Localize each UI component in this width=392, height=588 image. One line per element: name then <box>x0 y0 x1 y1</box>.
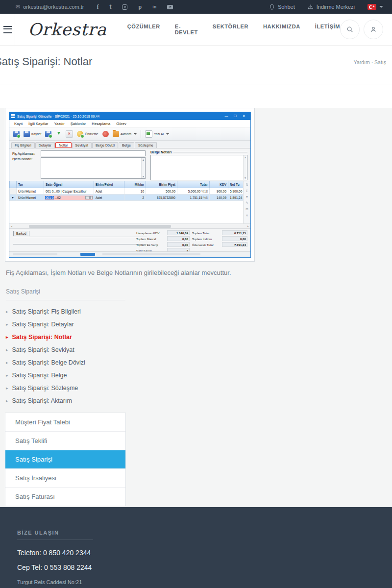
tab-sevkiyat[interactable]: Sevkiyat <box>72 142 92 148</box>
sort-icon[interactable]: ⇅ <box>245 183 248 187</box>
delete-button[interactable] <box>65 130 74 138</box>
page-title: Satış Siparişi: Notlar <box>0 55 92 68</box>
save-new-button[interactable] <box>44 130 52 138</box>
account-button[interactable] <box>364 20 383 39</box>
menu-satis-teklifi[interactable]: Satış Teklifi <box>5 432 125 450</box>
col-birim-paket[interactable]: Birim/Paket <box>94 181 124 188</box>
twitter-icon[interactable] <box>109 4 111 10</box>
menu-gorev[interactable]: Görev <box>113 122 129 126</box>
nav-edevlet[interactable]: E-DEVLET <box>175 24 198 35</box>
link-sozlesme[interactable]: ▸Satış Siparişi: Sözleşme <box>6 385 392 392</box>
facebook-icon[interactable] <box>97 4 98 10</box>
topbar-email[interactable]: ✉ orkestra@orkestra.com.tr <box>16 4 84 10</box>
footer-mobile[interactable]: Cep Tel: 0 553 808 2244 <box>17 564 92 571</box>
menu-satis-irsaliyesi[interactable]: Satış İrsaliyesi <box>5 469 125 488</box>
nav-hakkimizda[interactable]: HAKKIMIZDA <box>263 24 300 35</box>
export-button[interactable] <box>54 130 63 138</box>
grid-settings-icon[interactable]: ⊞ <box>245 207 248 211</box>
site-logo[interactable]: Orkestra <box>28 20 107 39</box>
tab-belge-dovizi[interactable]: Belge Dövizi <box>92 142 118 148</box>
islem-notlari-textarea[interactable]: ▲▼ <box>41 157 146 179</box>
transfer-button[interactable]: Aktarım <box>112 130 138 138</box>
topbar: ✉ orkestra@orkestra.com.tr Sohbet İndirm… <box>0 0 392 14</box>
col-net-tutar[interactable]: Net Tu <box>228 181 244 188</box>
cell-price: 875,5732890 <box>146 195 177 201</box>
link-notlar-active[interactable]: ▸Satış Siparişi: Notlar <box>6 334 392 341</box>
cell-item-editing[interactable]: 001 0 ...02 … <box>44 195 94 201</box>
col-miktar[interactable]: Miktar <box>124 181 146 188</box>
menu-sablonlar[interactable]: Şablonlar <box>68 122 89 126</box>
download-center-button[interactable]: İndirme Merkezi <box>308 4 355 10</box>
edit-icon[interactable]: ✎ <box>245 201 248 205</box>
menu-satis-faturasi[interactable]: Satış Faturası <box>5 488 125 506</box>
menu-kayit[interactable]: Kayıt <box>11 122 25 126</box>
tab-fis-bilgileri[interactable]: Fiş Bilgileri <box>11 142 35 148</box>
report-button[interactable]: Yazı Al <box>144 130 170 138</box>
footer-phone[interactable]: Telefon: 0 850 420 2344 <box>17 549 91 557</box>
clear-button[interactable] <box>90 196 93 199</box>
filter-icon[interactable]: ▼ <box>245 195 248 198</box>
table-row[interactable]: Ürün/Hizmet 001 0...00 | Casper Excalibu… <box>10 188 244 195</box>
tab-detaylar[interactable]: Detaylar <box>35 142 55 148</box>
notes-form: Fiş Açıklaması: İşlem Notları: ▲▼ Belge … <box>9 148 250 181</box>
link-aktarim[interactable]: ▸Satış Siparişi: Aktarım <box>6 397 392 404</box>
link-detaylar[interactable]: ▸Satış Siparişi: Detaylar <box>6 321 392 328</box>
scrollbar[interactable]: ▲▼ <box>141 158 145 178</box>
instagram-icon[interactable] <box>122 4 127 10</box>
scrollbar[interactable]: ▲▼ <box>243 155 247 180</box>
breadcrumb[interactable]: Yardım · Satış <box>354 59 386 65</box>
col-tutar[interactable]: Tutar <box>177 181 210 188</box>
barkod-button[interactable]: Barkod <box>13 231 29 236</box>
horizontal-scrollbar[interactable]: ◂ ▸ <box>9 223 250 228</box>
save-close-button[interactable]: Kaydet <box>23 130 42 138</box>
pinterest-icon[interactable] <box>138 4 142 10</box>
nav-sektorler[interactable]: SEKTÖRLER <box>213 24 248 35</box>
col-kdv[interactable]: KDV <box>210 181 228 188</box>
cell-tur: Ürün/Hizmet <box>17 195 44 201</box>
fis-aciklamasi-input[interactable] <box>41 150 146 156</box>
link-fis-bilgileri[interactable]: ▸Satış Siparişi: Fiş Bilgileri <box>6 308 392 315</box>
menu-musteri-fiyat-talebi[interactable]: Müşteri Fiyat Talebi <box>5 413 125 432</box>
menu-ilgili-kayitlar[interactable]: İlgili Kayıtlar <box>25 122 51 126</box>
search-button[interactable] <box>340 20 360 39</box>
main-content: Satış Siparişi Güncelle - SİP02021 - 25.… <box>0 108 392 507</box>
col-tur[interactable]: Tur <box>17 181 44 188</box>
col-birim-fiyat[interactable]: Birim Fiyat <box>146 181 177 188</box>
belge-notlari-textarea[interactable]: ▲▼ <box>150 155 247 180</box>
link-belge-dovizi[interactable]: ▸Satış Siparişi: Belge Dövizi <box>6 359 392 366</box>
preview-button[interactable]: Önizleme <box>76 130 99 138</box>
link-sevkiyat[interactable]: ▸Satış Siparişi: Sevkiyat <box>6 346 392 353</box>
dropdown-caret-icon <box>166 133 169 135</box>
menu-hesaplama[interactable]: Hesaplama <box>89 122 113 126</box>
minimize-icon[interactable]: — <box>222 114 231 118</box>
tab-sozlesme[interactable]: Sözleşme <box>135 142 157 148</box>
language-selector[interactable]: ★ <box>368 4 383 10</box>
chat-button[interactable]: Sohbet <box>269 4 295 10</box>
hamburger-menu-button[interactable] <box>0 14 15 45</box>
total-value: 1.040,09 <box>167 230 190 235</box>
lookup-button[interactable]: … <box>85 196 90 199</box>
table-row-selected[interactable]: ▸ Ürün/Hizmet 001 0 ...02 … Adet <box>10 195 244 201</box>
linkedin-icon[interactable] <box>152 4 156 9</box>
transfer-label: Aktarım <box>121 132 131 136</box>
link-belge[interactable]: ▸Satış Siparişi: Belge <box>6 372 392 379</box>
menu-yazdir[interactable]: Yazdır <box>51 122 68 126</box>
sum-icon[interactable]: Σ <box>246 189 248 193</box>
youtube-icon[interactable] <box>167 5 173 9</box>
refresh-button[interactable] <box>101 130 110 138</box>
cell-unit: Adet <box>94 188 124 195</box>
save-button[interactable] <box>12 130 21 138</box>
close-icon[interactable]: ✕ <box>240 114 248 118</box>
tab-belge[interactable]: Belge <box>119 142 134 148</box>
scrollbar-thumb[interactable] <box>29 225 171 228</box>
dropdown-caret-icon <box>134 133 137 135</box>
remove-row-icon[interactable]: ✕ <box>245 214 248 218</box>
tab-notlar[interactable]: Notlar <box>55 142 72 148</box>
menu-satis-siparisi-active[interactable]: Satış Siparişi <box>5 450 125 469</box>
scroll-left-icon[interactable]: ◂ <box>9 224 14 228</box>
scroll-right-icon[interactable]: ▸ <box>246 224 250 228</box>
nav-iletisim[interactable]: İLETİŞİM <box>315 24 340 35</box>
maximize-icon[interactable]: ☐ <box>231 114 240 118</box>
nav-cozumler[interactable]: ÇÖZÜMLER <box>127 24 160 35</box>
col-satir-ogesi[interactable]: Satır Öğesi <box>44 181 94 188</box>
